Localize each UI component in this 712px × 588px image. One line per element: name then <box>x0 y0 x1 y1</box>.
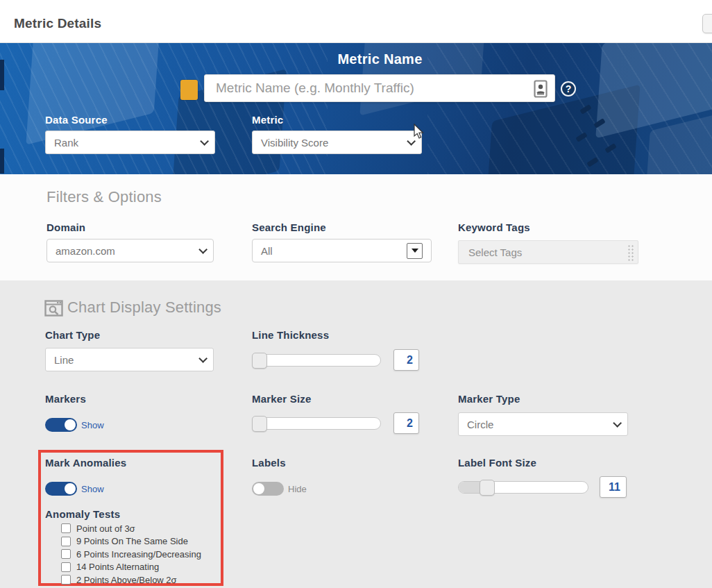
anomaly-test-row: 6 Points Increasing/Decreasing <box>61 548 221 561</box>
checkbox-label: 9 Points On The Same Side <box>76 536 188 546</box>
keyword-tags-placeholder: Select Tags <box>468 246 522 258</box>
checkbox[interactable] <box>61 562 71 572</box>
mark-anomalies-label: Mark Anomalies <box>45 457 126 469</box>
metric-color-swatch[interactable] <box>180 80 198 100</box>
chart-type-select[interactable]: Line <box>45 348 214 371</box>
slider-handle[interactable] <box>480 480 495 496</box>
toggle-knob <box>65 419 76 430</box>
line-thickness-label: Line Thickness <box>252 329 329 341</box>
checkbox-label: 6 Points Increasing/Decreasing <box>76 549 201 560</box>
anomaly-test-row: 9 Points On The Same Side <box>61 535 221 548</box>
slider-handle[interactable] <box>252 353 267 369</box>
domain-label: Domain <box>46 221 85 233</box>
chevron-down-icon <box>613 419 622 428</box>
chart-display-settings-section: Chart Display Settings Chart Type Line L… <box>0 280 712 588</box>
metric-name-heading: Metric Name <box>205 51 555 67</box>
labels-toggle-label: Hide <box>288 484 307 494</box>
anomaly-test-row: 2 Points Above/Below 2σ <box>61 573 221 587</box>
labels-toggle[interactable] <box>252 482 284 496</box>
data-source-label: Data Source <box>45 114 108 126</box>
triangle-down-icon <box>412 249 418 253</box>
toggle-knob <box>65 483 76 494</box>
chart-type-value: Line <box>54 354 74 366</box>
marker-size-value: 2 <box>393 412 419 434</box>
chevron-down-icon <box>198 245 207 254</box>
marker-type-label: Marker Type <box>458 393 520 405</box>
checkbox[interactable] <box>61 549 71 559</box>
markers-label: Markers <box>45 393 86 405</box>
metric-label: Metric <box>252 114 283 126</box>
chart-type-label: Chart Type <box>45 329 100 341</box>
label-font-size-value: 11 <box>600 476 627 498</box>
marker-type-value: Circle <box>467 419 493 430</box>
page-header: Metric Details <box>0 0 712 43</box>
filters-options-heading: Filters & Options <box>46 188 162 206</box>
label-font-size-slider[interactable] <box>458 481 588 494</box>
line-thickness-slider[interactable] <box>252 354 381 367</box>
line-thickness-value: 2 <box>393 349 419 371</box>
search-engine-value: All <box>261 245 273 257</box>
dropdown-arrow-button[interactable] <box>407 243 423 259</box>
checkbox[interactable] <box>61 575 71 585</box>
checkbox-label: 14 Points Alternating <box>76 562 159 572</box>
markers-toggle-label: Show <box>81 420 104 430</box>
keyword-tags-label: Keyword Tags <box>458 221 530 233</box>
chart-display-settings-heading: Chart Display Settings <box>67 299 221 317</box>
checkbox[interactable] <box>61 523 71 533</box>
metric-name-hero: Metric Name ? Data Source Rank Metric Vi… <box>0 43 712 174</box>
search-engine-label: Search Engine <box>252 221 326 233</box>
marker-size-label: Marker Size <box>252 393 312 405</box>
anomaly-test-row: Point out of 3σ <box>61 522 221 535</box>
slider-handle[interactable] <box>252 416 267 432</box>
domain-select[interactable]: amazon.com <box>46 239 214 262</box>
header-edge-button[interactable] <box>702 14 712 33</box>
marker-size-slider[interactable] <box>252 417 381 430</box>
search-engine-select[interactable]: All <box>252 239 432 262</box>
markers-toggle[interactable] <box>45 418 77 432</box>
chart-settings-window-magnifier-icon <box>44 300 63 317</box>
checkbox-label: 2 Points Above/Below 2σ <box>76 575 177 585</box>
autofill-contact-icon[interactable] <box>534 80 548 98</box>
anomaly-tests-label: Anomaly Tests <box>45 508 120 520</box>
grip-dots-icon[interactable] <box>627 244 635 261</box>
metric-name-input[interactable] <box>205 75 554 101</box>
metric-value: Visibility Score <box>261 137 328 149</box>
checkbox-label: Point out of 3σ <box>76 523 135 534</box>
mark-anomalies-toggle[interactable] <box>45 482 77 496</box>
checkbox[interactable] <box>61 537 71 546</box>
metric-select[interactable]: Visibility Score <box>252 131 422 154</box>
labels-label: Labels <box>252 457 286 469</box>
anomaly-test-row: 14 Points Alternating <box>61 561 221 574</box>
anomaly-tests-list: Point out of 3σ 9 Points On The Same Sid… <box>61 522 221 587</box>
chevron-down-icon <box>198 354 207 363</box>
keyword-tags-select[interactable]: Select Tags <box>458 240 638 264</box>
data-source-select[interactable]: Rank <box>45 131 215 154</box>
domain-value: amazon.com <box>56 245 115 257</box>
data-source-value: Rank <box>54 137 78 149</box>
mark-anomalies-toggle-label: Show <box>81 484 104 494</box>
help-icon[interactable]: ? <box>561 81 576 96</box>
label-font-size-label: Label Font Size <box>458 457 536 469</box>
toggle-knob <box>253 483 264 494</box>
chevron-down-icon <box>407 137 416 146</box>
marker-type-select[interactable]: Circle <box>458 412 628 436</box>
metric-name-input-wrap <box>204 74 555 102</box>
filters-options-section: Filters & Options Domain amazon.com Sear… <box>0 174 712 280</box>
chevron-down-icon <box>200 137 209 146</box>
page-title: Metric Details <box>14 16 101 31</box>
